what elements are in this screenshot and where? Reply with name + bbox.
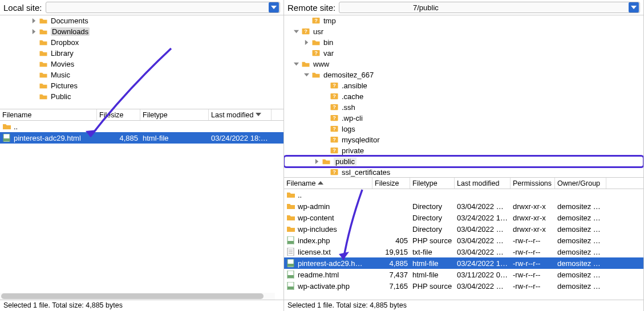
list-row[interactable]: index.php405PHP source03/04/2022 …-rw-r-… <box>284 235 643 246</box>
remote-file-list: Filename Filesize Filetype Last modified… <box>284 178 643 300</box>
list-row[interactable]: pinterest-adc29.html4,885html-file03/24/… <box>0 132 283 144</box>
remote-pane: Remote site: tmp usr bin var <box>284 0 644 311</box>
cell-filetype: html-file <box>410 271 455 279</box>
disclosure-right-icon[interactable] <box>314 159 319 165</box>
disclosure-down-icon[interactable] <box>293 62 299 67</box>
remote-tree[interactable]: tmp usr bin var www demositez_667 <box>284 15 643 178</box>
list-row[interactable]: .. <box>284 189 643 200</box>
tree-item[interactable]: demositez_667 <box>284 69 643 80</box>
list-row[interactable]: wp-adminDirectory03/04/2022 …drwxr-xr-xd… <box>284 200 643 212</box>
tree-item[interactable]: Library <box>0 48 283 59</box>
col-filesize[interactable]: Filesize <box>372 178 410 189</box>
cell-filesize: 7,165 <box>372 282 410 290</box>
col-lastmod[interactable]: Last modified <box>209 109 272 120</box>
folder-icon <box>322 158 331 165</box>
remote-list-header: Filename Filesize Filetype Last modified… <box>284 178 643 189</box>
list-row[interactable]: wp-activate.php7,165PHP source03/04/2022… <box>284 280 643 292</box>
list-row[interactable]: pinterest-adc29.h…4,885html-file03/24/20… <box>284 257 643 269</box>
hscrollbar[interactable] <box>0 293 275 300</box>
tree-item[interactable]: .ansible <box>284 80 643 91</box>
tree-item-label: Public <box>51 92 71 101</box>
cell-filetype: PHP source <box>410 282 455 290</box>
txt-icon <box>286 248 295 256</box>
folder-icon <box>311 71 321 79</box>
tree-item[interactable]: Music <box>0 69 283 80</box>
question-folder-icon <box>330 114 339 122</box>
tree-item-label: .ansible <box>342 81 367 90</box>
col-filename[interactable]: Filename <box>0 109 97 120</box>
local-file-list: Filename Filesize Filetype Last modified… <box>0 109 283 300</box>
cell-ownergroup: demositez … <box>555 271 606 279</box>
col-filetype[interactable]: Filetype <box>410 178 455 189</box>
remote-status-bar: Selected 1 file. Total size: 4,885 bytes <box>284 300 643 311</box>
cell-lastmod: 03/04/2022 … <box>455 236 511 245</box>
col-filesize[interactable]: Filesize <box>97 109 140 120</box>
list-row[interactable]: wp-contentDirectory03/24/2022 1…drwxr-xr… <box>284 212 643 223</box>
disclosure-down-icon[interactable] <box>303 72 309 78</box>
remote-site-label: Remote site: <box>287 3 335 13</box>
tree-item[interactable]: mysqleditor <box>284 134 643 145</box>
cell-filename: license.txt <box>284 248 372 256</box>
folder-icon <box>286 191 295 199</box>
tree-item[interactable]: Movies <box>0 59 283 69</box>
tree-item[interactable]: .ssh <box>284 102 643 113</box>
col-permissions[interactable]: Permissions <box>511 178 555 189</box>
remote-path-combo[interactable] <box>339 2 640 13</box>
tree-item[interactable]: Downloads <box>0 26 283 37</box>
folder-icon <box>39 60 48 68</box>
list-row[interactable]: .. <box>0 121 283 132</box>
cell-permissions: drwxr-xr-x <box>511 225 555 234</box>
tree-item[interactable]: Dropbox <box>0 37 283 48</box>
local-path-input[interactable] <box>46 3 269 12</box>
chevron-down-icon[interactable] <box>629 2 639 13</box>
cell-filename: pinterest-adc29.h… <box>284 259 372 268</box>
tree-item[interactable]: private <box>284 145 643 156</box>
list-row[interactable]: license.txt19,915txt-file03/04/2022 …-rw… <box>284 246 643 257</box>
local-tree[interactable]: Documents Downloads Dropbox Library Movi… <box>0 15 283 109</box>
tree-item[interactable]: Pictures <box>0 80 283 91</box>
cell-permissions: drwxr-xr-x <box>511 214 555 222</box>
remote-path-input[interactable] <box>339 3 629 12</box>
cell-ownergroup: demositez … <box>555 202 606 211</box>
list-row[interactable]: readme.html7,437html-file03/11/2022 0…-r… <box>284 269 643 280</box>
tree-item[interactable]: logs <box>284 124 643 134</box>
folder-icon <box>39 39 48 46</box>
local-site-row: Local site: <box>0 0 283 15</box>
tree-item-label: Music <box>51 71 70 79</box>
question-folder-icon <box>330 125 339 133</box>
col-lastmod[interactable]: Last modified <box>455 178 511 189</box>
tree-item[interactable]: ssl_certificates <box>284 167 643 177</box>
tree-item[interactable]: tmp <box>284 15 643 26</box>
cell-lastmod: 03/24/2022 1… <box>455 259 511 268</box>
col-filename[interactable]: Filename <box>284 178 372 189</box>
cell-filetype: Directory <box>410 202 455 211</box>
chevron-down-icon[interactable] <box>269 2 279 13</box>
col-ownergroup[interactable]: Owner/Group <box>555 178 606 189</box>
tree-item[interactable]: bin <box>284 37 643 48</box>
local-list-body[interactable]: ..pinterest-adc29.html4,885html-file03/2… <box>0 121 283 300</box>
remote-list-body[interactable]: ..wp-adminDirectory03/04/2022 …drwxr-xr-… <box>284 189 643 300</box>
tree-item[interactable]: .cache <box>284 91 643 102</box>
col-filetype[interactable]: Filetype <box>140 109 209 120</box>
cell-filetype: Directory <box>410 225 455 234</box>
sort-asc-icon <box>318 179 323 187</box>
sort-desc-icon <box>256 111 261 119</box>
tree-item[interactable]: Public <box>0 91 283 102</box>
tree-item[interactable]: public <box>284 156 643 167</box>
tree-item-label: private <box>342 146 364 155</box>
disclosure-down-icon[interactable] <box>293 29 299 35</box>
disclosure-right-icon[interactable] <box>303 40 309 46</box>
tree-item[interactable]: Documents <box>0 15 283 26</box>
question-folder-icon <box>311 17 321 24</box>
list-row[interactable]: wp-includesDirectory03/04/2022 …drwxr-xr… <box>284 223 643 235</box>
tree-item[interactable]: var <box>284 48 643 59</box>
disclosure-right-icon[interactable] <box>31 29 37 35</box>
tree-item[interactable]: .wp-cli <box>284 113 643 124</box>
local-site-label: Local site: <box>3 3 42 13</box>
tree-item[interactable]: www <box>284 59 643 69</box>
local-path-combo[interactable] <box>46 2 280 13</box>
tree-item[interactable]: usr <box>284 26 643 37</box>
disclosure-right-icon[interactable] <box>31 18 37 24</box>
cell-filename: index.php <box>284 236 372 245</box>
php-icon <box>286 282 295 290</box>
